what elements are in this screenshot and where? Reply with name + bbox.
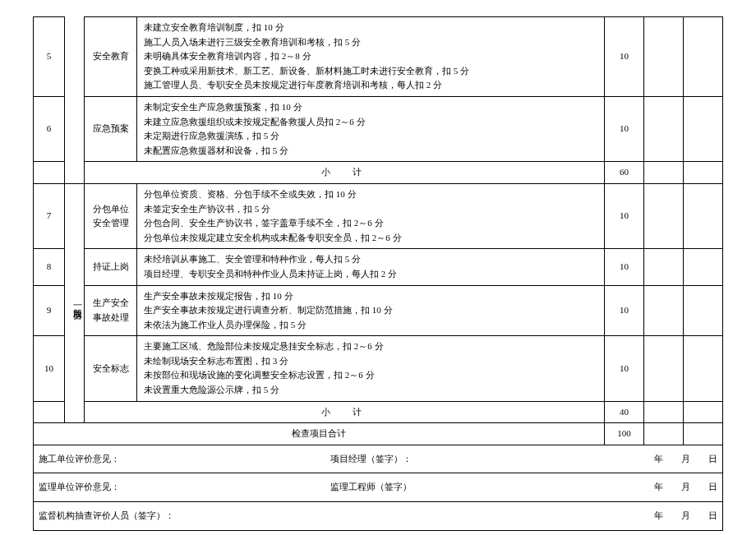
- row-desc: 未建立安全教育培训制度，扣 10 分 施工人员入场未进行三级安全教育培训和考核，…: [137, 17, 605, 97]
- subtotal-label: 小 计: [85, 162, 605, 184]
- row-blank-1: [644, 285, 684, 336]
- signature-row-construction: 施工单位评价意见： 项目经理（签字）： 年 月 日: [34, 445, 723, 473]
- row-blank-2: [684, 96, 723, 161]
- row-item: 安全标志: [85, 336, 137, 401]
- total-row: 检查项目合计 100: [34, 423, 723, 445]
- table-row: 8 持证上岗 未经培训从事施工、安全管理和特种作业，每人扣 5 分 项目经理、专…: [34, 249, 723, 285]
- category-cell: 一般项目: [65, 183, 85, 422]
- row-desc: 未经培训从事施工、安全管理和特种作业，每人扣 5 分 项目经理、专职安全员和特种…: [137, 249, 605, 285]
- row-item: 分包单位安全管理: [85, 183, 137, 248]
- row-num: 5: [34, 17, 65, 97]
- row-blank-1: [644, 17, 684, 97]
- table-row: 9 生产安全事故处理 生产安全事故未按规定报告，扣 10 分 生产安全事故未按规…: [34, 285, 723, 336]
- category-label: 一般项目: [70, 300, 85, 307]
- row-num: 9: [34, 285, 65, 336]
- table-row: 7 一般项目 分包单位安全管理 分包单位资质、资格、分包手续不全或失效，扣 10…: [34, 183, 723, 248]
- row-item: 安全教育: [85, 17, 137, 97]
- subtotal-score: 40: [605, 401, 644, 423]
- row-score: 10: [605, 17, 644, 97]
- sig-left: 监督机构抽查评价人员（签字）：: [34, 502, 605, 531]
- row-blank-2: [684, 17, 723, 97]
- signature-row-supervision: 监理单位评价意见： 监理工程师（签字） 年 月 日: [34, 473, 723, 502]
- row-score: 10: [605, 285, 644, 336]
- inspection-table: 5 安全教育 未建立安全教育培训制度，扣 10 分 施工人员入场未进行三级安全教…: [33, 16, 723, 531]
- subtotal-row: 小 计 60: [34, 162, 723, 184]
- row-blank-1: [644, 249, 684, 285]
- row-desc: 分包单位资质、资格、分包手续不全或失效，扣 10 分 未签定安全生产协议书，扣 …: [137, 183, 605, 248]
- row-blank-2: [684, 183, 723, 248]
- table-row: 10 安全标志 主要施工区域、危险部位未按规定悬挂安全标志，扣 2～6 分 未绘…: [34, 336, 723, 401]
- subtotal-blank-2: [684, 401, 723, 423]
- row-score: 10: [605, 183, 644, 248]
- total-blank-1: [644, 423, 684, 445]
- row-item: 生产安全事故处理: [85, 285, 137, 336]
- row-score: 10: [605, 249, 644, 285]
- subtotal-label: 小 计: [85, 401, 605, 423]
- row-blank-2: [684, 249, 723, 285]
- row-desc: 生产安全事故未按规定报告，扣 10 分 生产安全事故未按规定进行调查分析、制定防…: [137, 285, 605, 336]
- row-desc: 未制定安全生产应急救援预案，扣 10 分 未建立应急救援组织或未按规定配备救援人…: [137, 96, 605, 161]
- row-score: 10: [605, 336, 644, 401]
- subtotal-score: 60: [605, 162, 644, 184]
- subtotal-blank: [34, 162, 65, 184]
- row-item: 应急预案: [85, 96, 137, 161]
- subtotal-blank-2: [684, 162, 723, 184]
- row-desc: 主要施工区域、危险部位未按规定悬挂安全标志，扣 2～6 分 未绘制现场安全标志布…: [137, 336, 605, 401]
- row-num: 8: [34, 249, 65, 285]
- row-num: 6: [34, 96, 65, 161]
- sig-mid: 项目经理（签字）：: [137, 445, 605, 473]
- row-item: 持证上岗: [85, 249, 137, 285]
- total-blank-2: [684, 423, 723, 445]
- total-score: 100: [605, 423, 644, 445]
- row-num: 7: [34, 183, 65, 248]
- row-blank-1: [644, 336, 684, 401]
- subtotal-row: 小 计 40: [34, 401, 723, 423]
- subtotal-blank-1: [644, 401, 684, 423]
- row-score: 10: [605, 96, 644, 161]
- row-blank-2: [684, 285, 723, 336]
- row-num: 10: [34, 336, 65, 401]
- category-cell-upper: [65, 17, 85, 184]
- subtotal-blank: [34, 401, 65, 423]
- sig-date: 年 月 日: [605, 473, 723, 502]
- row-blank-1: [644, 96, 684, 161]
- table-row: 5 安全教育 未建立安全教育培训制度，扣 10 分 施工人员入场未进行三级安全教…: [34, 17, 723, 97]
- subtotal-blank-1: [644, 162, 684, 184]
- total-label: 检查项目合计: [34, 423, 605, 445]
- table-row: 6 应急预案 未制定安全生产应急救援预案，扣 10 分 未建立应急救援组织或未按…: [34, 96, 723, 161]
- sig-left: 施工单位评价意见：: [34, 445, 137, 473]
- row-blank-2: [684, 336, 723, 401]
- sig-date: 年 月 日: [605, 502, 723, 531]
- sig-date: 年 月 日: [605, 445, 723, 473]
- signature-row-inspection: 监督机构抽查评价人员（签字）： 年 月 日: [34, 502, 723, 531]
- sig-mid: 监理工程师（签字）: [137, 473, 605, 502]
- sig-left: 监理单位评价意见：: [34, 473, 137, 502]
- row-blank-1: [644, 183, 684, 248]
